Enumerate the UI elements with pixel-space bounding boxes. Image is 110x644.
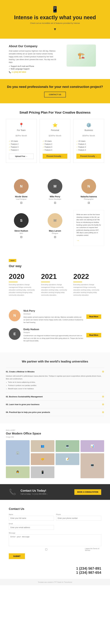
contact-cta-subtext: Call us today: +1 (111) 500-8900 ↓ <box>20 493 70 495</box>
accordion-features-1: Tortor at mi viverra adipiscing at tellu… <box>8 381 104 390</box>
profile-name-emily: Emily Hudson <box>23 328 84 331</box>
team-name-natasha: Natasha Ivanova <box>75 196 103 198</box>
profile-avatar-nick: N <box>9 310 20 321</box>
profile-readmore-emily[interactable]: Read More <box>86 333 101 337</box>
terms-checkbox[interactable] <box>9 548 84 550</box>
avatar-perry: M <box>48 179 62 194</box>
about-section: About Our Company Ariat wadam arrived ex… <box>0 39 110 79</box>
instagram-icon-perry[interactable]: ⊡ <box>41 201 69 204</box>
accordion-title-3: 03. Learn how to grow your business <box>6 403 39 406</box>
accordion-icon-3: ⊕ <box>102 403 104 406</box>
accordion-header-2[interactable]: 02. Business Sustainability Management ⊕ <box>6 395 104 398</box>
avatar-mary: M <box>48 213 62 228</box>
terms-label: I agree the Terms of Service <box>85 548 101 551</box>
message-label: Message <box>9 532 101 534</box>
team-quote-text: While we were not the first home cleanin… <box>76 213 101 236</box>
hero-scroll-arrow[interactable]: ▼ <box>3 27 107 31</box>
accordion-header-1[interactable]: 01. Create a Webinar in Minutes ⊕ <box>6 370 104 373</box>
team-card-mary: M Mary Larson Designer ⊡ <box>40 210 70 246</box>
contact-form-section: Contact Us Name Phone Email Message I ag… <box>0 500 110 566</box>
pricing-cards-container: 📍 For Team $0/Per Month 15 Users Feature… <box>6 119 104 163</box>
about-feature-1: ✓ Support via E-mail and Phone <box>9 65 57 67</box>
plan-button-personal[interactable]: Proceed Annually → <box>43 154 67 159</box>
team-quote-arrow: → <box>76 238 101 243</box>
book-consultation-button[interactable]: BOOK A CONSULTATION <box>74 489 101 495</box>
profile-role-nick: Developer <box>23 313 84 315</box>
hero-icon: 📱 <box>3 6 107 13</box>
about-paragraph: Ariat wadam arrived express highmen men … <box>9 50 57 64</box>
instagram-icon-mary[interactable]: ⊡ <box>41 236 69 238</box>
plan-icon-team: 📍 <box>9 123 34 128</box>
timeline-text-2021: Executing operations change management b… <box>41 284 69 296</box>
terms-checkbox-row: I agree the Terms of Service <box>9 548 101 551</box>
our-way-heading: Our way <box>9 264 101 268</box>
team-role-natasha: Photographer <box>75 198 103 200</box>
timeline-bar-2022 <box>73 282 82 282</box>
avatar-steve: S <box>14 213 29 228</box>
gallery-label: Gallery <box>6 429 104 431</box>
about-image: 🏗️ <box>61 44 101 66</box>
hero-subtitle: Check out an incredible set of features … <box>3 22 107 24</box>
form-group-empty <box>56 523 101 530</box>
plan-name-personal: Personal <box>43 129 67 131</box>
plan-features-team: 15 Users Feature 2 Feature 3 Feature 4 <box>9 140 34 152</box>
pricing-heading: Small Pricing Plan For Your Creative Bus… <box>6 111 104 114</box>
submit-button[interactable]: SUBMIT <box>9 553 25 559</box>
gallery-image-8: 👩‍💼 <box>6 466 30 478</box>
name-input[interactable] <box>9 516 54 520</box>
team-name-perry: Mike Perry <box>41 196 69 198</box>
instagram-icon-nicole[interactable]: ⊡ <box>7 201 35 204</box>
plan-price-team: $0/Per Month <box>9 132 34 138</box>
contact-cta-section: 📞 Contact Us Today! Call us today: +1 (1… <box>0 484 110 500</box>
avatar-nicole: N <box>14 179 29 194</box>
form-group-name: Name <box>9 514 54 520</box>
contact-cta-heading: Contact Us Today! <box>20 489 70 492</box>
team-card-steve: S Steve Hudson SEO ⊡ <box>6 210 37 246</box>
about-heading: About Our Company <box>9 44 57 48</box>
team-card-perry: M Mike Perry Senior Developer ⊡ <box>40 176 70 207</box>
accordion-item-3: 03. Learn how to grow your business ⊕ <box>6 400 104 408</box>
about-illustration: 🏗️ <box>67 44 96 66</box>
form-group-phone: Phone <box>56 514 101 520</box>
accordion-title-2: 02. Business Sustainability Management <box>6 396 43 398</box>
accordion-item-2: 02. Business Sustainability Management ⊕ <box>6 392 104 400</box>
accordion-item-1: 01. Create a Webinar in Minutes ⊕ Interd… <box>6 368 104 392</box>
accordion-header-3[interactable]: 03. Learn how to grow your business ⊕ <box>6 403 104 406</box>
gallery-grid: 🏢 👥 💻 📊 🤝 📝 🖥️ 👩‍💼 📱 <box>6 440 104 478</box>
universities-section: We partner with the world's leading univ… <box>0 352 110 424</box>
timeline-year-2020: 2020 <box>9 272 37 280</box>
email-input[interactable] <box>9 525 54 530</box>
team-card-natasha: N Natasha Ivanova Photographer ⊡ <box>73 176 104 207</box>
gallery-image-4: 📊 <box>81 440 104 452</box>
accordion-icon-4: ⊕ <box>102 410 104 414</box>
profile-card-emily: E Emily Hudson Designer Condimentum use … <box>9 328 101 342</box>
timeline-year-2021: 2021 <box>41 272 69 280</box>
team-card-nicole: N Nicole Stone Lead Designer ⊡ <box>6 176 37 207</box>
our-way-section: more Our way 2020 Executing operations c… <box>0 252 110 304</box>
message-input[interactable] <box>9 534 101 546</box>
pricing-card-team: 📍 For Team $0/Per Month 15 Users Feature… <box>6 119 37 163</box>
plan-icon-business: ⚙️ <box>76 123 101 128</box>
plan-name-team: For Team <box>9 129 34 131</box>
team-name-steve: Steve Hudson <box>7 230 35 232</box>
profile-readmore-nick[interactable]: Read More <box>86 314 101 319</box>
team-name-nicole: Nicole Stone <box>7 196 35 198</box>
plan-button-business[interactable]: Proceed Annually → <box>76 154 101 159</box>
phone-input[interactable] <box>56 516 101 520</box>
gallery-image-3: 💻 <box>56 440 79 452</box>
team-name-mary: Mary Larson <box>41 230 69 232</box>
plan-features-business: 15 Users Feature 2 Feature 3 Feature 4 <box>76 140 101 152</box>
about-feature-2: ✓ Multi Language Support <box>9 68 57 70</box>
contact-us-button[interactable]: CONTACT US <box>44 92 66 98</box>
contact-cta-icon: 📞 <box>9 488 16 496</box>
phone-label: Phone <box>56 514 101 515</box>
gallery-image-7: 🖥️ <box>81 453 104 478</box>
gallery-section: Gallery Our Modern Office Space Image ti… <box>0 424 110 484</box>
accordion-icon-1: ⊕ <box>102 370 104 373</box>
timeline-bar-2021 <box>41 282 50 282</box>
plan-button-team[interactable]: Upload Free → <box>9 154 34 159</box>
instagram-icon-natasha[interactable]: ⊡ <box>75 201 103 204</box>
accordion-header-4[interactable]: 04. Practical tips to help you price you… <box>6 410 104 414</box>
instagram-icon-steve[interactable]: ⊡ <box>7 236 35 238</box>
phone-2: 1 (234) 987-654 <box>9 570 101 575</box>
